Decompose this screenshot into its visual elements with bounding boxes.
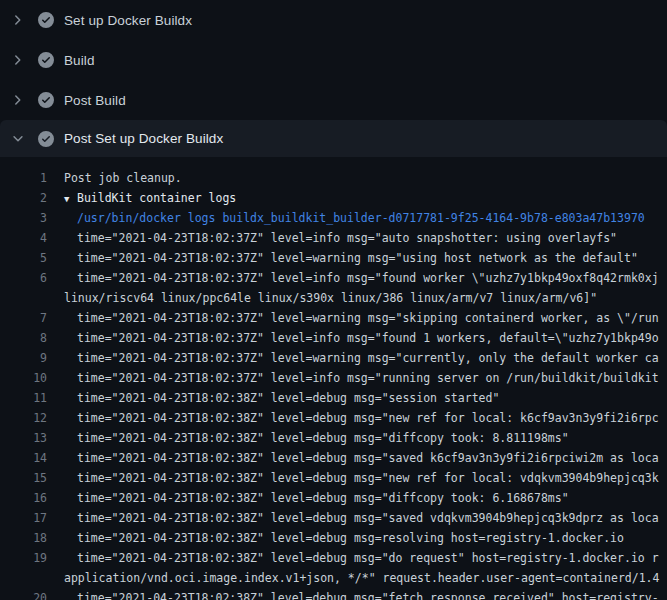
step-title: Post Set up Docker Buildx [64, 131, 223, 146]
log-line: 12time="2021-04-23T18:02:38Z" level=debu… [0, 408, 667, 428]
log-line: 2▼BuildKit container logs [0, 188, 667, 208]
log-line: 18time="2021-04-23T18:02:38Z" level=debu… [0, 528, 667, 548]
log-line: 8time="2021-04-23T18:02:37Z" level=info … [0, 328, 667, 348]
chevron-down-icon [11, 132, 25, 146]
line-number[interactable]: 13 [0, 428, 47, 448]
log-area: 1Post job cleanup.2▼BuildKit container l… [0, 157, 667, 600]
log-text: time="2021-04-23T18:02:37Z" level=info m… [47, 268, 659, 288]
step-title: Post Build [64, 93, 126, 108]
line-number[interactable]: 8 [0, 328, 47, 348]
check-circle-icon [38, 52, 54, 68]
log-text: time="2021-04-23T18:02:37Z" level=warnin… [47, 248, 638, 268]
log-text: application/vnd.oci.image.index.v1+json,… [47, 568, 659, 588]
line-number[interactable]: 1 [0, 168, 47, 188]
log-line: 14time="2021-04-23T18:02:38Z" level=debu… [0, 448, 667, 468]
log-text: time="2021-04-23T18:02:37Z" level=info m… [47, 228, 617, 248]
line-number[interactable]: 3 [0, 208, 47, 228]
step-title: Set up Docker Buildx [64, 13, 192, 28]
line-number[interactable]: 6 [0, 268, 47, 288]
log-line: 1Post job cleanup. [0, 168, 667, 188]
steps-list: Set up Docker BuildxBuildPost BuildPost … [0, 0, 667, 157]
log-line: 6time="2021-04-23T18:02:37Z" level=info … [0, 268, 667, 288]
line-number[interactable]: 5 [0, 248, 47, 268]
check-circle-icon [38, 92, 54, 108]
line-number[interactable]: 14 [0, 448, 47, 468]
log-group-toggle[interactable]: ▼BuildKit container logs [47, 188, 236, 208]
log-line: 16time="2021-04-23T18:02:38Z" level=debu… [0, 488, 667, 508]
line-number[interactable]: 19 [0, 548, 47, 568]
line-number[interactable]: 15 [0, 468, 47, 488]
line-number[interactable]: 10 [0, 368, 47, 388]
log-line: 20time="2021-04-23T18:02:38Z" level=debu… [0, 588, 667, 600]
log-line: 11time="2021-04-23T18:02:38Z" level=debu… [0, 388, 667, 408]
log-text: time="2021-04-23T18:02:38Z" level=debug … [47, 428, 569, 448]
line-number[interactable]: 4 [0, 228, 47, 248]
log-line: 13time="2021-04-23T18:02:38Z" level=debu… [0, 428, 667, 448]
log-text: time="2021-04-23T18:02:38Z" level=debug … [47, 548, 659, 568]
log-text: time="2021-04-23T18:02:38Z" level=debug … [47, 468, 659, 488]
line-number[interactable]: 7 [0, 308, 47, 328]
line-number[interactable]: 17 [0, 508, 47, 528]
line-number[interactable]: 20 [0, 588, 47, 600]
log-text: time="2021-04-23T18:02:37Z" level=info m… [47, 368, 659, 388]
line-number[interactable]: 18 [0, 528, 47, 548]
log-line: 15time="2021-04-23T18:02:38Z" level=debu… [0, 468, 667, 488]
log-text: linux/riscv64 linux/ppc64le linux/s390x … [47, 288, 597, 308]
log-text: time="2021-04-23T18:02:37Z" level=info m… [47, 328, 659, 348]
line-number[interactable]: 12 [0, 408, 47, 428]
log-line: 3/usr/bin/docker logs buildx_buildkit_bu… [0, 208, 667, 228]
log-text: time="2021-04-23T18:02:38Z" level=debug … [47, 408, 659, 428]
triangle-down-icon: ▼ [64, 189, 77, 208]
log-text: time="2021-04-23T18:02:37Z" level=warnin… [47, 348, 659, 368]
chevron-right-icon [11, 93, 25, 107]
log-line: 5time="2021-04-23T18:02:37Z" level=warni… [0, 248, 667, 268]
check-circle-icon [38, 131, 54, 147]
log-text: time="2021-04-23T18:02:38Z" level=debug … [47, 528, 624, 548]
log-line: 17time="2021-04-23T18:02:38Z" level=debu… [0, 508, 667, 528]
log-text: time="2021-04-23T18:02:37Z" level=warnin… [47, 308, 659, 328]
log-line: linux/riscv64 linux/ppc64le linux/s390x … [0, 288, 667, 308]
log-line: 4time="2021-04-23T18:02:37Z" level=info … [0, 228, 667, 248]
log-line: 7time="2021-04-23T18:02:37Z" level=warni… [0, 308, 667, 328]
step-title: Build [64, 53, 95, 68]
log-text: Post job cleanup. [47, 168, 182, 188]
log-text: time="2021-04-23T18:02:38Z" level=debug … [47, 388, 499, 408]
line-number[interactable]: 9 [0, 348, 47, 368]
line-number[interactable]: 2 [0, 188, 47, 208]
log-command-text: /usr/bin/docker logs buildx_buildkit_bui… [47, 208, 645, 228]
line-number[interactable]: 16 [0, 488, 47, 508]
line-number[interactable]: 11 [0, 388, 47, 408]
step-section-build[interactable]: Build [0, 40, 667, 80]
chevron-right-icon [11, 53, 25, 67]
check-circle-icon [38, 12, 54, 28]
chevron-right-icon [11, 13, 25, 27]
log-line: 19time="2021-04-23T18:02:38Z" level=debu… [0, 548, 667, 568]
log-line: application/vnd.oci.image.index.v1+json,… [0, 568, 667, 588]
log-text: time="2021-04-23T18:02:38Z" level=debug … [47, 588, 659, 600]
step-section-set-up-docker-buildx[interactable]: Set up Docker Buildx [0, 0, 667, 40]
log-line: 9time="2021-04-23T18:02:37Z" level=warni… [0, 348, 667, 368]
step-section-post-build[interactable]: Post Build [0, 80, 667, 120]
log-text: time="2021-04-23T18:02:38Z" level=debug … [47, 488, 569, 508]
log-text: time="2021-04-23T18:02:38Z" level=debug … [47, 508, 659, 528]
log-text: time="2021-04-23T18:02:38Z" level=debug … [47, 448, 659, 468]
workflow-log-viewer: Set up Docker BuildxBuildPost BuildPost … [0, 0, 667, 600]
step-section-post-set-up-docker-buildx[interactable]: Post Set up Docker Buildx [0, 120, 667, 157]
log-line: 10time="2021-04-23T18:02:37Z" level=info… [0, 368, 667, 388]
